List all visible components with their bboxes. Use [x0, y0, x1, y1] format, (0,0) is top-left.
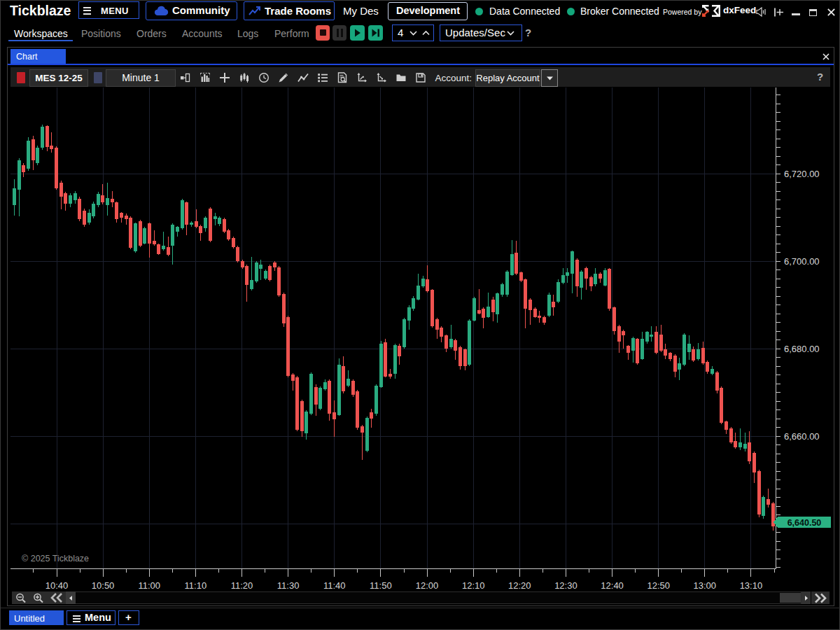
svg-text:6,640.50: 6,640.50 [788, 518, 822, 528]
svg-text:12:40: 12:40 [601, 580, 624, 591]
svg-text:13:10: 13:10 [740, 580, 763, 591]
svg-text:11:40: 11:40 [323, 580, 346, 591]
svg-text:11:20: 11:20 [231, 580, 253, 591]
svg-text:10:40: 10:40 [46, 580, 69, 591]
svg-text:© 2025 Tickblaze: © 2025 Tickblaze [22, 554, 89, 564]
svg-text:6,720.00: 6,720.00 [784, 169, 820, 179]
svg-text:10:50: 10:50 [92, 580, 115, 591]
svg-text:12:10: 12:10 [462, 580, 485, 591]
svg-text:12:20: 12:20 [508, 580, 531, 591]
svg-text:12:00: 12:00 [416, 580, 439, 591]
svg-text:6,660.00: 6,660.00 [784, 431, 820, 442]
svg-text:11:50: 11:50 [370, 580, 392, 591]
svg-text:12:30: 12:30 [554, 580, 578, 591]
svg-text:13:00: 13:00 [694, 580, 717, 591]
svg-text:11:10: 11:10 [185, 580, 207, 591]
svg-text:6,700.00: 6,700.00 [784, 256, 820, 267]
svg-text:12:50: 12:50 [647, 580, 670, 591]
svg-text:6,680.00: 6,680.00 [784, 344, 820, 354]
svg-text:11:00: 11:00 [139, 580, 161, 591]
svg-text:11:30: 11:30 [277, 580, 300, 591]
